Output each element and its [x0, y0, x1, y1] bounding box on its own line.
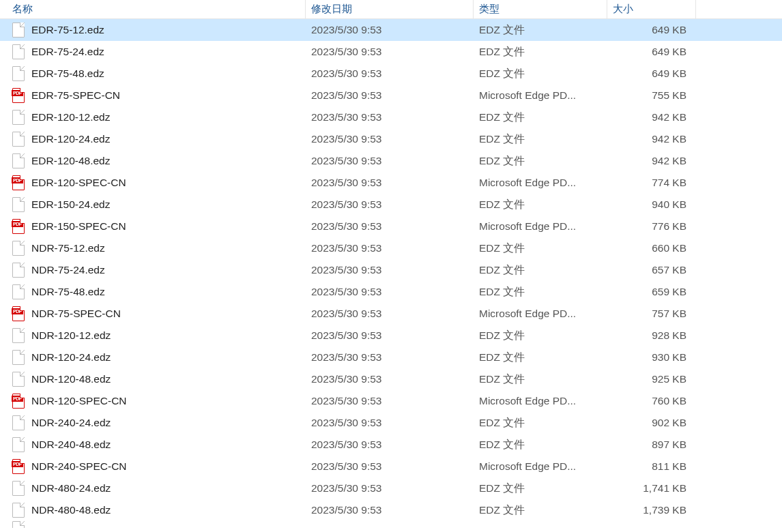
file-size-cell: 757 KB [607, 308, 696, 320]
file-name-label: NDR-75-SPEC-CN [31, 308, 121, 320]
file-row[interactable]: NDR-240-48.edz2023/5/30 9:53EDZ 文件897 KB [0, 434, 782, 456]
file-name-cell: EDR-75-SPEC-CN [0, 88, 306, 103]
file-row[interactable]: NDR-480-24.edz2023/5/30 9:53EDZ 文件1,741 … [0, 477, 782, 499]
file-row[interactable]: EDR-120-SPEC-CN2023/5/30 9:53Microsoft E… [0, 172, 782, 194]
file-name-label: EDR-75-12.edz [31, 24, 104, 36]
file-date-cell: 2023/5/30 9:53 [306, 89, 474, 102]
file-date-cell: 2023/5/30 9:53 [306, 417, 474, 429]
file-row[interactable]: NDR-75-SPEC-CN2023/5/30 9:53Microsoft Ed… [0, 303, 782, 325]
file-date-cell: 2023/5/30 9:53 [306, 111, 474, 123]
file-date-cell: 2023/5/30 9:53 [306, 242, 474, 254]
file-date-cell: 2023/5/30 9:53 [306, 264, 474, 276]
file-size-cell: 649 KB [607, 24, 696, 36]
file-name-cell: NDR-480-24.edz [0, 481, 306, 496]
file-icon [12, 132, 25, 147]
file-row[interactable]: NDR-120-24.edz2023/5/30 9:53EDZ 文件930 KB [0, 346, 782, 368]
file-name-label: EDR-150-SPEC-CN [31, 220, 126, 233]
file-row[interactable]: NDR-75-12.edz2023/5/30 9:53EDZ 文件660 KB [0, 237, 782, 259]
pdf-file-icon [12, 219, 25, 234]
file-date-cell: 2023/5/30 9:53 [306, 460, 474, 473]
file-row[interactable]: EDR-150-24.edz2023/5/30 9:53EDZ 文件940 KB [0, 194, 782, 216]
file-name-label: NDR-75-12.edz [31, 242, 105, 254]
file-name-cell: NDR-75-SPEC-CN [0, 306, 306, 321]
file-icon [12, 350, 25, 365]
file-size-cell: 942 KB [607, 155, 696, 167]
file-name-label: NDR-240-48.edz [31, 439, 111, 451]
file-type-cell: EDZ 文件 [474, 482, 607, 496]
file-type-cell: EDZ 文件 [474, 351, 607, 365]
file-name-cell: EDR-75-12.edz [0, 23, 306, 38]
pdf-file-icon [12, 175, 25, 190]
file-date-cell: 2023/5/30 9:53 [306, 395, 474, 407]
file-icon [12, 503, 25, 518]
file-row[interactable]: NDR-75-24.edz2023/5/30 9:53EDZ 文件657 KB [0, 259, 782, 281]
pdf-file-icon [12, 306, 25, 321]
file-size-cell: 649 KB [607, 46, 696, 58]
file-icon [12, 263, 25, 278]
file-row[interactable]: NDR-75-48.edz2023/5/30 9:53EDZ 文件659 KB [0, 281, 782, 303]
file-size-cell: 897 KB [607, 439, 696, 451]
file-name-label: NDR-480-48.edz [31, 504, 111, 516]
file-icon [12, 241, 25, 256]
file-size-cell: 902 KB [607, 417, 696, 429]
file-name-cell: EDR-150-24.edz [0, 197, 306, 212]
file-size-cell: 942 KB [607, 111, 696, 123]
pdf-file-icon [12, 394, 25, 409]
file-type-cell: EDZ 文件 [474, 263, 607, 278]
file-date-cell: 2023/5/30 9:53 [306, 351, 474, 364]
file-size-cell: 774 KB [607, 177, 696, 189]
file-size-cell: 660 KB [607, 242, 696, 254]
file-icon [12, 372, 25, 387]
file-date-cell: 2023/5/30 9:53 [306, 504, 474, 516]
file-row[interactable]: NDR-240-SPEC-CN2023/5/30 9:53Microsoft E… [0, 456, 782, 477]
file-row[interactable]: NDR-120-SPEC-CN2023/5/30 9:53Microsoft E… [0, 390, 782, 412]
file-icon [12, 110, 25, 125]
file-row[interactable]: EDR-75-12.edz2023/5/30 9:53EDZ 文件649 KB [0, 19, 782, 41]
file-type-cell: Microsoft Edge PD... [474, 177, 607, 189]
file-row[interactable]: NDR-480-48.edz2023/5/30 9:53EDZ 文件1,739 … [0, 499, 782, 521]
file-size-cell: 657 KB [607, 264, 696, 276]
file-row[interactable]: EDR-150-SPEC-CN2023/5/30 9:53Microsoft E… [0, 216, 782, 237]
column-header-type[interactable]: 类型 [474, 0, 607, 18]
file-size-cell: 760 KB [607, 395, 696, 407]
column-header-size[interactable]: 大小 [607, 0, 696, 18]
file-row[interactable]: EDR-75-SPEC-CN2023/5/30 9:53Microsoft Ed… [0, 85, 782, 106]
file-name-label: EDR-120-24.edz [31, 133, 110, 145]
file-size-cell: 649 KB [607, 68, 696, 80]
file-date-cell: 2023/5/30 9:53 [306, 482, 474, 494]
file-name-label: EDR-120-48.edz [31, 155, 110, 167]
file-type-cell: EDZ 文件 [474, 23, 607, 38]
column-header-name[interactable]: 名称 [0, 0, 306, 18]
file-name-label: NDR-120-12.edz [31, 329, 111, 342]
file-name-cell: NDR-120-12.edz [0, 328, 306, 343]
file-row[interactable]: EDR-75-48.edz2023/5/30 9:53EDZ 文件649 KB [0, 63, 782, 85]
file-icon [12, 481, 25, 496]
file-name-label: NDR-240-SPEC-CN [31, 460, 127, 473]
file-row[interactable]: EDR-120-12.edz2023/5/30 9:53EDZ 文件942 KB [0, 106, 782, 128]
file-name-label: NDR-240-24.edz [31, 417, 111, 429]
file-row[interactable]: EDR-120-24.edz2023/5/30 9:53EDZ 文件942 KB [0, 128, 782, 150]
file-row[interactable]: NDR-120-48.edz2023/5/30 9:53EDZ 文件925 KB [0, 368, 782, 390]
file-name-label: EDR-120-SPEC-CN [31, 177, 126, 189]
file-date-cell: 2023/5/30 9:53 [306, 68, 474, 80]
file-size-cell: 811 KB [607, 460, 696, 473]
column-header-date[interactable]: 修改日期 [306, 0, 474, 18]
file-date-cell: 2023/5/30 9:53 [306, 439, 474, 451]
file-type-cell: EDZ 文件 [474, 241, 607, 256]
file-type-cell: Microsoft Edge PD... [474, 220, 607, 233]
file-name-label: NDR-480-24.edz [31, 482, 111, 494]
file-row[interactable]: EDR-75-24.edz2023/5/30 9:53EDZ 文件649 KB [0, 41, 782, 63]
file-type-cell: EDZ 文件 [474, 154, 607, 168]
file-size-cell: 1,741 KB [607, 482, 696, 494]
file-icon [12, 153, 25, 168]
file-name-cell: NDR-240-24.edz [0, 415, 306, 430]
file-type-cell: EDZ 文件 [474, 372, 607, 387]
file-size-cell: 942 KB [607, 133, 696, 145]
file-date-cell: 2023/5/30 9:53 [306, 308, 474, 320]
file-size-cell: 776 KB [607, 220, 696, 233]
file-row[interactable]: EDR-120-48.edz2023/5/30 9:53EDZ 文件942 KB [0, 150, 782, 172]
file-name-label: NDR-75-24.edz [31, 264, 105, 276]
file-date-cell: 2023/5/30 9:53 [306, 155, 474, 167]
file-row[interactable]: NDR-120-12.edz2023/5/30 9:53EDZ 文件928 KB [0, 325, 782, 346]
file-row[interactable]: NDR-240-24.edz2023/5/30 9:53EDZ 文件902 KB [0, 412, 782, 434]
